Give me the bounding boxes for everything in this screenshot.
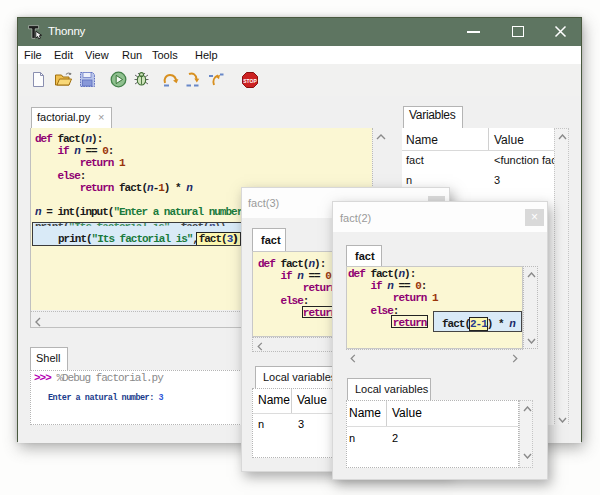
svg-text:STOP: STOP: [243, 78, 257, 84]
